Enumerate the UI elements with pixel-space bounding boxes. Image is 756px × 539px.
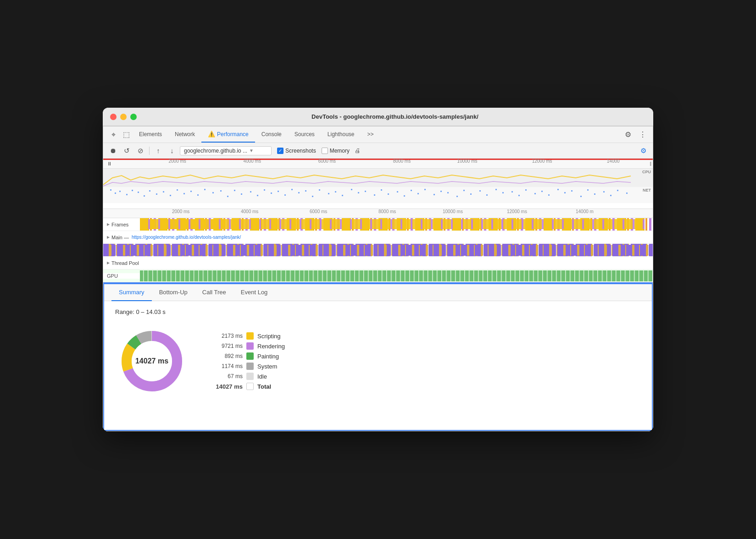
memory-toggle[interactable]: Memory bbox=[322, 148, 350, 154]
legend-system: 1174 ms System bbox=[211, 363, 285, 370]
record-button[interactable]: ⏺ bbox=[107, 145, 119, 157]
tab-call-tree[interactable]: Call Tree bbox=[195, 284, 233, 301]
range-text: Range: 0 – 14.03 s bbox=[115, 308, 641, 315]
tab-sources[interactable]: Sources bbox=[288, 126, 321, 143]
frames-content[interactable] bbox=[140, 218, 653, 231]
svg-rect-66 bbox=[587, 189, 589, 191]
maximize-button[interactable] bbox=[130, 114, 137, 120]
tab-performance[interactable]: ⚠️ Performance bbox=[201, 126, 255, 143]
screenshots-label-text: Screenshots bbox=[285, 148, 316, 154]
total-label: Total bbox=[257, 383, 271, 390]
svg-rect-11 bbox=[177, 189, 178, 191]
tab-call-tree-label: Call Tree bbox=[202, 289, 226, 296]
toolbar-right: ⚙ bbox=[637, 145, 649, 157]
frames-arrow-icon: ▶ bbox=[107, 222, 110, 226]
svg-rect-63 bbox=[564, 192, 566, 193]
tick-14000: 14000 bbox=[607, 159, 620, 164]
tab-network[interactable]: Network bbox=[168, 126, 201, 143]
more-options-icon[interactable]: ⋮ bbox=[636, 128, 649, 141]
scroll-indicator: ‖ bbox=[650, 161, 653, 166]
gpu-label: GPU bbox=[103, 273, 140, 279]
svg-rect-45 bbox=[424, 189, 426, 190]
bottom-panel: Summary Bottom-Up Call Tree Event Log Ra… bbox=[104, 283, 652, 430]
tab-event-log[interactable]: Event Log bbox=[233, 284, 275, 301]
rendering-color bbox=[246, 342, 254, 350]
tab-elements[interactable]: Elements bbox=[133, 126, 168, 143]
tab-lighthouse[interactable]: Lighthouse bbox=[321, 126, 361, 143]
bottom-panel-wrapper: Summary Bottom-Up Call Tree Event Log Ra… bbox=[103, 282, 653, 431]
tab-more[interactable]: >> bbox=[361, 126, 380, 143]
svg-rect-41 bbox=[397, 191, 398, 192]
screenshot-icon[interactable]: ⬚ bbox=[120, 128, 133, 141]
donut-center-label: 14027 ms bbox=[135, 357, 168, 365]
tick-8000: 8000 ms bbox=[393, 159, 411, 164]
svg-rect-33 bbox=[335, 191, 336, 192]
toolbar: ⏺ ↺ ⊘ ↑ ↓ googlechrome.github.io ... ▼ ✓… bbox=[103, 143, 653, 159]
cpu-waveform bbox=[103, 169, 653, 187]
timeline-pause-button[interactable]: ⏸ bbox=[105, 160, 113, 168]
svg-rect-23 bbox=[264, 189, 265, 191]
print-button[interactable]: 🖨 bbox=[351, 145, 363, 157]
perf-settings-button[interactable]: ⚙ bbox=[637, 145, 649, 157]
title-bar: DevTools - googlechrome.github.io/devtoo… bbox=[103, 108, 653, 126]
idle-value: 67 ms bbox=[211, 373, 243, 380]
svg-rect-6 bbox=[144, 195, 145, 197]
timeline-ruler-main: 2000 ms 4000 ms 6000 ms 8000 ms 10000 ms… bbox=[103, 209, 653, 218]
reload-record-button[interactable]: ↺ bbox=[121, 145, 133, 157]
legend-rendering: 9721 ms Rendering bbox=[211, 342, 285, 350]
nav-right: ⚙ ⋮ bbox=[622, 128, 649, 141]
memory-checkbox[interactable] bbox=[322, 148, 328, 154]
main-visualization bbox=[103, 244, 653, 256]
rendering-value: 9721 ms bbox=[211, 343, 243, 349]
net-dots bbox=[103, 187, 653, 203]
tab-console[interactable]: Console bbox=[255, 126, 288, 143]
window-title: DevTools - googlechrome.github.io/devtoo… bbox=[144, 113, 646, 120]
svg-rect-86 bbox=[140, 219, 645, 229]
ruler2-tick-8000: 8000 ms bbox=[378, 209, 396, 214]
svg-rect-28 bbox=[298, 192, 300, 193]
url-filter[interactable]: googlechrome.github.io ... ▼ bbox=[180, 146, 272, 155]
svg-rect-69 bbox=[610, 195, 611, 196]
timeline-main: 2000 ms 4000 ms 6000 ms 8000 ms 10000 ms… bbox=[103, 209, 653, 282]
thread-pool-arrow-icon: ▶ bbox=[107, 261, 110, 265]
svg-rect-65 bbox=[580, 196, 582, 197]
tab-more-label: >> bbox=[367, 131, 374, 138]
minimize-button[interactable] bbox=[120, 114, 127, 120]
painting-color bbox=[246, 352, 254, 360]
svg-rect-54 bbox=[495, 189, 497, 190]
cpu-area: CPU bbox=[103, 169, 653, 187]
svg-rect-2 bbox=[119, 191, 121, 192]
download-button[interactable]: ↓ bbox=[166, 145, 178, 157]
svg-rect-48 bbox=[447, 192, 449, 193]
tab-summary[interactable]: Summary bbox=[111, 284, 152, 301]
idle-color bbox=[246, 373, 254, 380]
svg-rect-39 bbox=[381, 189, 382, 191]
legend-painting: 892 ms Painting bbox=[211, 352, 285, 360]
svg-rect-7 bbox=[149, 190, 150, 192]
screenshots-checkbox[interactable]: ✓ bbox=[277, 148, 284, 154]
clear-button[interactable]: ⊘ bbox=[134, 145, 146, 157]
svg-rect-68 bbox=[603, 191, 605, 192]
system-label: System bbox=[257, 363, 277, 370]
close-button[interactable] bbox=[110, 114, 117, 120]
svg-rect-14 bbox=[197, 194, 199, 196]
settings-icon[interactable]: ⚙ bbox=[622, 128, 634, 141]
tab-bottom-up-label: Bottom-Up bbox=[159, 289, 188, 296]
cursor-icon[interactable]: ⌖ bbox=[107, 128, 120, 141]
svg-rect-10 bbox=[170, 195, 171, 196]
upload-button[interactable]: ↑ bbox=[152, 145, 164, 157]
legend-total: 14027 ms Total bbox=[211, 383, 285, 390]
legend: 2173 ms Scripting 9721 ms Rendering bbox=[211, 332, 285, 390]
screenshots-toggle[interactable]: ✓ Screenshots bbox=[277, 148, 316, 154]
thread-pool-label-text: Thread Pool bbox=[111, 260, 139, 266]
svg-rect-27 bbox=[291, 189, 293, 190]
svg-rect-59 bbox=[534, 193, 536, 194]
svg-rect-37 bbox=[365, 191, 366, 192]
scripting-color bbox=[246, 332, 254, 340]
tick-4000: 4000 ms bbox=[244, 159, 261, 164]
svg-rect-21 bbox=[250, 191, 251, 192]
svg-rect-71 bbox=[626, 192, 628, 194]
svg-rect-13 bbox=[190, 191, 192, 192]
tab-bottom-up[interactable]: Bottom-Up bbox=[152, 284, 195, 301]
url-dropdown-icon: ▼ bbox=[249, 148, 254, 153]
